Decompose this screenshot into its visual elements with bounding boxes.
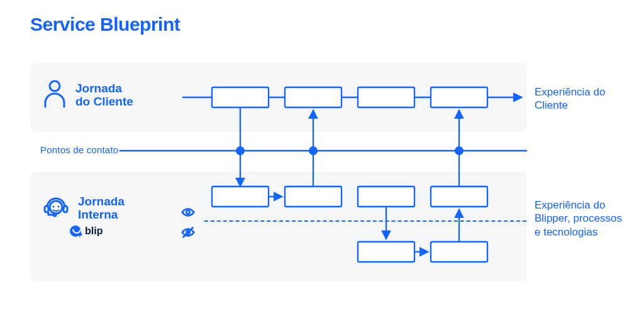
svg-rect-5 [64, 206, 67, 212]
headset-icon [43, 193, 69, 223]
lane-internal: Jornada Interna blip [30, 171, 527, 281]
right-label-client: Experiência do Cliente [535, 85, 629, 112]
visibility-line [204, 220, 526, 222]
blip-logo-text: blip [85, 225, 103, 237]
svg-point-17 [309, 146, 318, 155]
lane-internal-label: Jornada Interna [78, 195, 125, 222]
eye-hidden-icon [181, 225, 195, 239]
eye-visible-icon [181, 205, 195, 219]
page-title: Service Blueprint [30, 14, 180, 35]
svg-rect-4 [45, 206, 48, 212]
lane-client-label: Jornada do Cliente [75, 82, 133, 109]
svg-point-2 [53, 206, 55, 208]
blip-logo: blip [70, 225, 103, 237]
lane-internal-heading: Jornada Interna [43, 193, 125, 223]
svg-point-3 [58, 206, 60, 208]
lane-client-heading: Jornada do Cliente [43, 79, 133, 111]
svg-point-16 [236, 146, 245, 155]
lane-client: Jornada do Cliente [30, 63, 527, 132]
touchpoints-label: Pontos de contato [40, 144, 118, 155]
svg-point-7 [186, 210, 190, 214]
svg-point-18 [455, 146, 464, 155]
svg-point-6 [53, 214, 56, 216]
right-label-internal: Experiência do Blipper, processos e tecn… [535, 198, 629, 239]
blip-logo-icon [70, 225, 81, 237]
person-icon [43, 79, 67, 111]
svg-point-0 [50, 81, 60, 91]
